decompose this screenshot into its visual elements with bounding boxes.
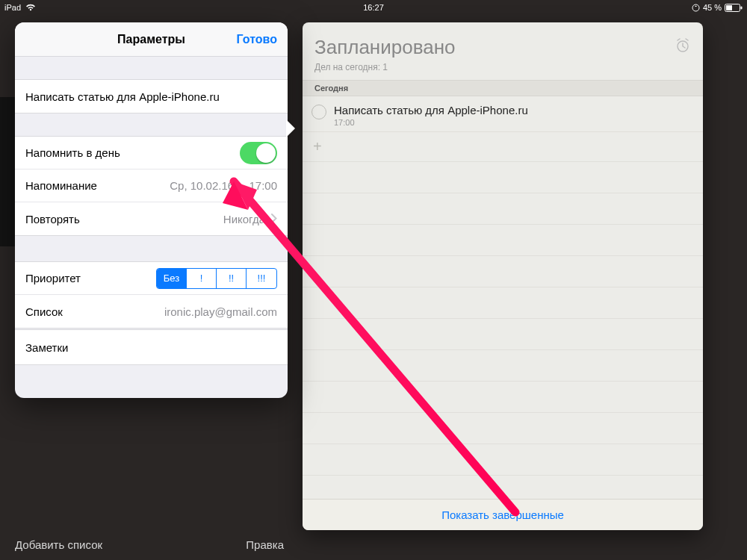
notes-cell[interactable]: Заметки xyxy=(15,330,288,364)
remind-on-day-toggle[interactable] xyxy=(240,142,277,164)
priority-seg-none[interactable]: Без xyxy=(157,269,187,288)
device-label: iPad xyxy=(4,3,21,12)
list-value: ironic.play@gmail.com xyxy=(164,305,277,318)
details-popover: Параметры Готово Написать статью для App… xyxy=(15,22,288,398)
done-button[interactable]: Готово xyxy=(237,33,277,46)
reminder-time: 17:00 xyxy=(334,118,528,127)
chevron-right-icon xyxy=(271,213,277,225)
svg-rect-3 xyxy=(741,6,743,9)
reminders-panel: Запланировано Дел на сегодня: 1 Сегодня … xyxy=(303,22,703,530)
alarm-cell[interactable]: Напоминание Ср, 10.02.16 г., 17:00 xyxy=(15,169,288,202)
sync-icon xyxy=(692,4,700,12)
reminder-title-field: Написать статью для Apple-iPhone.ru xyxy=(25,90,220,103)
empty-row xyxy=(303,287,703,319)
priority-seg-low[interactable]: ! xyxy=(187,269,217,288)
add-reminder-button[interactable]: + xyxy=(303,132,703,162)
alarm-label: Напоминание xyxy=(25,179,97,192)
section-header: Сегодня xyxy=(303,80,703,96)
empty-row xyxy=(303,225,703,256)
panel-footer: Показать завершенные xyxy=(303,499,703,530)
notes-label: Заметки xyxy=(25,341,68,354)
reminder-title: Написать статью для Apple-iPhone.ru xyxy=(334,104,528,116)
show-completed-link[interactable]: Показать завершенные xyxy=(441,508,564,521)
battery-icon xyxy=(725,4,743,12)
popover-title: Параметры xyxy=(117,33,185,46)
empty-row xyxy=(303,162,703,193)
reminder-item[interactable]: Написать статью для Apple-iPhone.ru 17:0… xyxy=(303,96,703,132)
empty-row xyxy=(303,319,703,350)
reminder-title-cell[interactable]: Написать статью для Apple-iPhone.ru xyxy=(15,80,288,113)
priority-segmented[interactable]: Без ! !! !!! xyxy=(156,268,277,289)
add-list-button[interactable]: Добавить список xyxy=(15,538,102,551)
empty-row xyxy=(303,413,703,444)
priority-cell: Приоритет Без ! !! !!! xyxy=(15,262,288,295)
repeat-label: Повторять xyxy=(25,213,80,225)
empty-row xyxy=(303,382,703,413)
clock-time: 16:27 xyxy=(363,3,384,12)
panel-subtitle: Дел на сегодня: 1 xyxy=(314,62,691,72)
empty-row xyxy=(303,256,703,287)
status-bar: iPad 16:27 45 % xyxy=(0,0,747,15)
svg-point-0 xyxy=(692,4,699,11)
reminder-radio[interactable] xyxy=(311,105,326,119)
wifi-icon xyxy=(25,4,36,11)
priority-seg-high[interactable]: !!! xyxy=(247,269,276,288)
priority-label: Приоритет xyxy=(25,272,81,284)
bottom-toolbar: Добавить список Правка xyxy=(0,529,299,560)
priority-seg-med[interactable]: !! xyxy=(217,269,247,288)
empty-row xyxy=(303,350,703,382)
sidebar-dark-stripe xyxy=(0,97,15,246)
panel-title: Запланировано xyxy=(314,36,675,59)
popover-header: Параметры Готово xyxy=(15,22,288,57)
remind-on-day-label: Напомнить в день xyxy=(25,146,120,159)
popover-pointer xyxy=(286,119,295,137)
repeat-cell[interactable]: Повторять Никогда xyxy=(15,202,288,235)
empty-row xyxy=(303,193,703,225)
battery-text: 45 % xyxy=(703,3,722,12)
repeat-value: Никогда xyxy=(223,213,265,225)
alarm-icon xyxy=(675,36,691,59)
svg-rect-2 xyxy=(726,5,732,10)
empty-row xyxy=(303,444,703,476)
alarm-value: Ср, 10.02.16 г., 17:00 xyxy=(170,179,277,192)
edit-button[interactable]: Правка xyxy=(246,538,284,551)
list-cell[interactable]: Список ironic.play@gmail.com xyxy=(15,295,288,328)
remind-on-day-cell: Напомнить в день xyxy=(15,137,288,169)
list-label: Список xyxy=(25,305,63,318)
